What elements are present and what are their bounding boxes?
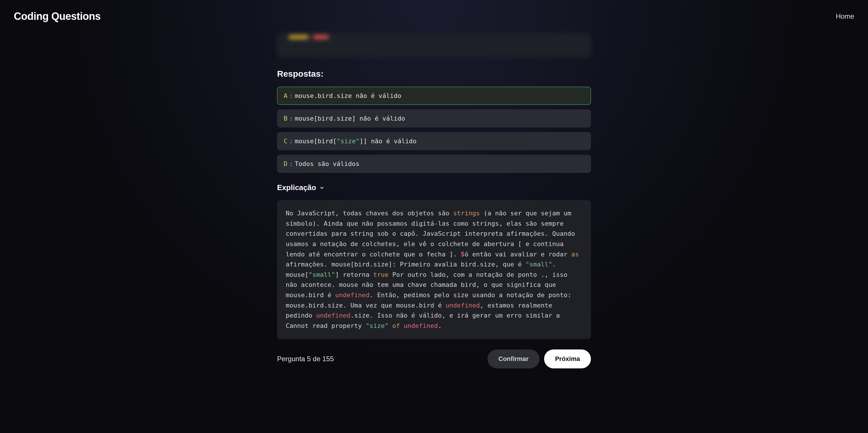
choice-key: C bbox=[284, 137, 287, 145]
choice-key: A bbox=[284, 92, 287, 99]
choice-d[interactable]: D: Todos são válidos bbox=[277, 155, 591, 173]
choice-sep: : bbox=[289, 160, 293, 167]
explanation-body: No JavaScript, todas chaves dos objetos … bbox=[277, 200, 591, 339]
choice-text: Todos são válidos bbox=[295, 160, 360, 167]
choice-b[interactable]: B: mouse[bird.size] não é válido bbox=[277, 109, 591, 128]
choice-key: B bbox=[284, 115, 287, 122]
answers-heading: Respostas: bbox=[277, 69, 591, 79]
choice-sep: : bbox=[289, 92, 293, 99]
choice-text: mouse.bird.size não é válido bbox=[295, 92, 402, 99]
home-link[interactable]: Home bbox=[836, 12, 854, 21]
choice-sep: : bbox=[289, 137, 293, 145]
choice-sep: : bbox=[289, 115, 293, 122]
choices-list: A: mouse.bird.size não é válido B: mouse… bbox=[277, 87, 591, 173]
choice-a[interactable]: A: mouse.bird.size não é válido bbox=[277, 87, 591, 105]
progress-text: Pergunta 5 de 155 bbox=[277, 355, 334, 363]
next-button[interactable]: Próxima bbox=[544, 349, 591, 368]
chevron-down-icon bbox=[319, 185, 325, 191]
explanation-label: Explicação bbox=[277, 183, 316, 192]
confirm-button[interactable]: Confirmar bbox=[488, 349, 539, 368]
question-card-blurred bbox=[277, 33, 591, 58]
choice-text: mouse[bird.size] não é válido bbox=[295, 115, 405, 122]
choice-c[interactable]: C: mouse[bird["size"]] não é válido bbox=[277, 132, 591, 150]
explanation-toggle[interactable]: Explicação bbox=[277, 183, 591, 192]
choice-text: mouse[bird["size"]] não é válido bbox=[295, 137, 417, 145]
choice-key: D bbox=[284, 160, 287, 167]
brand-title: Coding Questions bbox=[14, 10, 101, 23]
